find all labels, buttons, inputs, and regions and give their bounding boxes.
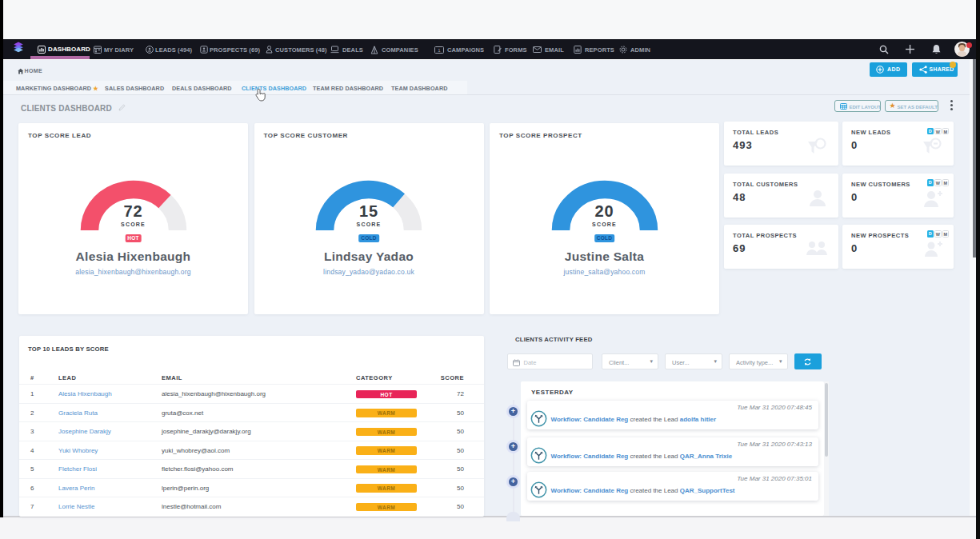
svg-text:1: 1 <box>438 47 441 52</box>
